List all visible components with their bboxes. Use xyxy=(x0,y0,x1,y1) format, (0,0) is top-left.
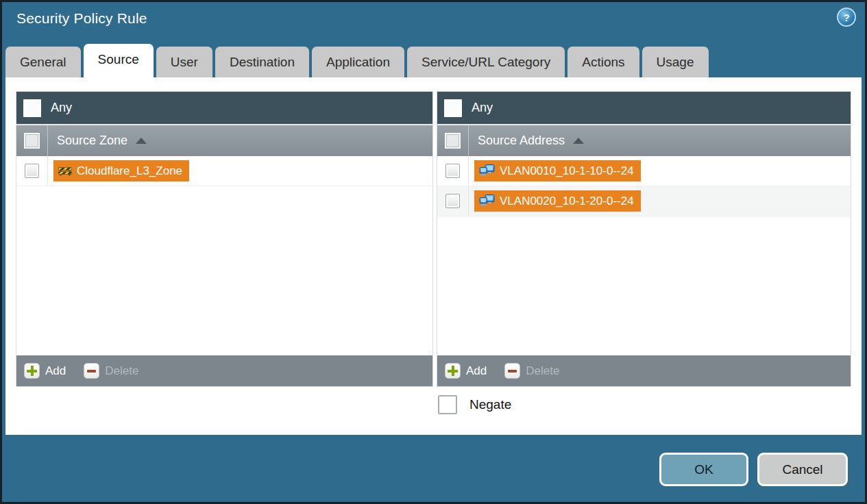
add-label: Add xyxy=(466,364,487,378)
row-checkbox[interactable] xyxy=(445,164,460,178)
delete-label: Delete xyxy=(105,364,138,378)
cancel-button[interactable]: Cancel xyxy=(757,453,848,486)
tab-destination[interactable]: Destination xyxy=(215,47,309,77)
source-address-panel: Any Source Address xyxy=(437,91,851,387)
source-address-any-bar: Any xyxy=(437,92,851,124)
row-checkbox-cell xyxy=(437,186,469,216)
address-icon xyxy=(479,194,495,207)
source-address-footer: Add Delete xyxy=(437,355,851,386)
sort-ascending-icon xyxy=(136,138,147,144)
source-zone-select-all-checkbox[interactable] xyxy=(24,133,40,149)
source-address-column-header[interactable]: Source Address xyxy=(437,124,851,156)
delete-icon xyxy=(84,363,99,379)
source-zone-rows: Cloudflare_L3_Zone xyxy=(16,156,432,355)
tab-service-url-category[interactable]: Service/URL Category xyxy=(407,47,565,77)
add-label: Add xyxy=(45,364,66,378)
negate-checkbox[interactable] xyxy=(438,395,457,414)
table-row[interactable]: Cloudflare_L3_Zone xyxy=(16,156,432,186)
source-zone-any-checkbox[interactable] xyxy=(23,99,41,117)
zone-name: Cloudflare_L3_Zone xyxy=(77,164,182,178)
add-address-button[interactable]: Add xyxy=(445,363,487,379)
add-zone-button[interactable]: Add xyxy=(24,363,66,379)
tab-user[interactable]: User xyxy=(156,47,212,77)
tab-application[interactable]: Application xyxy=(312,47,404,77)
address-name: VLAN0010_10-1-10-0--24 xyxy=(500,164,634,178)
help-icon[interactable]: ? xyxy=(837,8,856,27)
row-checkbox[interactable] xyxy=(25,164,39,178)
zone-icon xyxy=(58,166,72,176)
source-address-any-label: Any xyxy=(472,101,493,115)
address-tag[interactable]: VLAN0020_10-1-20-0--24 xyxy=(474,190,641,212)
tab-bar: General Source User Destination Applicat… xyxy=(5,45,709,77)
source-address-header-checkbox-cell xyxy=(437,125,469,156)
delete-icon xyxy=(504,363,520,379)
tab-general[interactable]: General xyxy=(5,47,81,77)
zone-tag[interactable]: Cloudflare_L3_Zone xyxy=(53,160,189,181)
negate-control: Negate xyxy=(438,395,511,414)
row-checkbox-cell xyxy=(437,156,469,186)
source-address-select-all-checkbox[interactable] xyxy=(445,133,461,149)
address-icon xyxy=(479,164,495,177)
ok-button[interactable]: OK xyxy=(659,453,748,486)
address-tag[interactable]: VLAN0010_10-1-10-0--24 xyxy=(474,160,641,181)
security-policy-rule-dialog: Security Policy Rule ? General Source Us… xyxy=(0,0,867,504)
delete-address-button[interactable]: Delete xyxy=(504,363,559,379)
source-zone-column-title: Source Zone xyxy=(57,134,127,148)
source-address-rows: VLAN0010_10-1-10-0--24 VLAN00 xyxy=(437,156,851,355)
table-row[interactable]: VLAN0010_10-1-10-0--24 xyxy=(437,156,851,186)
tab-source[interactable]: Source xyxy=(84,44,154,77)
delete-zone-button[interactable]: Delete xyxy=(84,363,138,379)
add-icon xyxy=(445,363,461,379)
address-name: VLAN0020_10-1-20-0--24 xyxy=(500,194,634,208)
source-zone-any-bar: Any xyxy=(16,92,432,124)
tab-actions[interactable]: Actions xyxy=(567,47,639,77)
source-address-column-title: Source Address xyxy=(478,134,565,148)
tab-usage[interactable]: Usage xyxy=(642,47,709,77)
source-zone-column-header[interactable]: Source Zone xyxy=(16,124,432,156)
source-zone-header-checkbox-cell xyxy=(16,125,48,156)
help-glyph: ? xyxy=(843,12,849,23)
add-icon xyxy=(24,363,40,379)
delete-label: Delete xyxy=(526,364,559,378)
sort-ascending-icon xyxy=(573,138,584,144)
source-zone-panel: Any Source Zone xyxy=(16,91,433,387)
negate-label: Negate xyxy=(469,397,511,412)
table-row[interactable]: VLAN0020_10-1-20-0--24 xyxy=(437,186,851,216)
source-zone-footer: Add Delete xyxy=(16,355,432,386)
row-checkbox-cell xyxy=(16,156,48,186)
dialog-title: Security Policy Rule xyxy=(16,10,147,27)
source-zone-any-label: Any xyxy=(51,101,72,115)
source-address-any-checkbox[interactable] xyxy=(444,99,462,117)
row-checkbox[interactable] xyxy=(445,194,460,208)
